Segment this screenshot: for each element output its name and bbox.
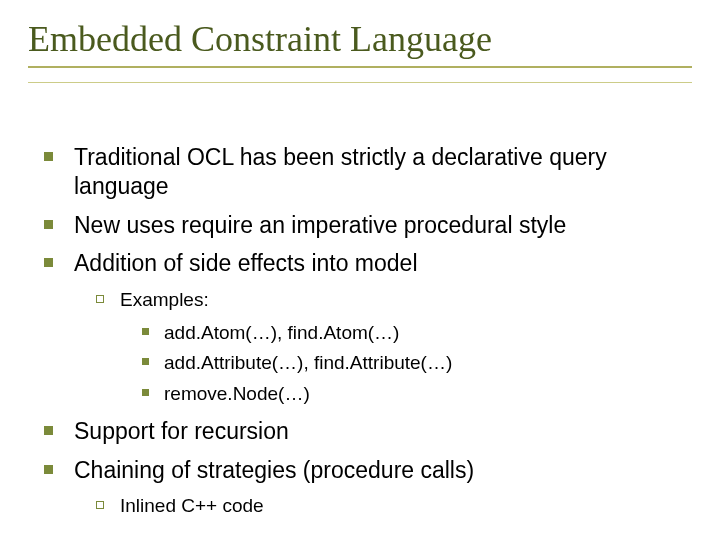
title-underline [28, 82, 692, 83]
slide-title: Embedded Constraint Language [28, 18, 692, 68]
subsub-bullet-item: add.Attribute(…), find.Attribute(…) [142, 351, 692, 376]
sub-bullet-list: Examples: add.Atom(…), find.Atom(…) add.… [96, 288, 692, 407]
subsub-bullet-item: add.Atom(…), find.Atom(…) [142, 321, 692, 346]
bullet-text: Addition of side effects into model [74, 250, 418, 276]
sub-bullet-item: Inlined C++ code [96, 494, 692, 519]
bullet-item: Chaining of strategies (procedure calls)… [44, 456, 692, 519]
bullet-item: Addition of side effects into model Exam… [44, 249, 692, 407]
bullet-text: Chaining of strategies (procedure calls) [74, 457, 474, 483]
sub-bullet-item: Examples: add.Atom(…), find.Atom(…) add.… [96, 288, 692, 407]
sub-bullet-text: Examples: [120, 289, 209, 310]
bullet-item: Traditional OCL has been strictly a decl… [44, 143, 692, 201]
sub-bullet-list: Inlined C++ code [96, 494, 692, 519]
subsub-bullet-list: add.Atom(…), find.Atom(…) add.Attribute(… [142, 321, 692, 407]
slide: Embedded Constraint Language Traditional… [0, 0, 720, 540]
bullet-item: Support for recursion [44, 417, 692, 446]
bullet-list: Traditional OCL has been strictly a decl… [44, 143, 692, 519]
subsub-bullet-item: remove.Node(…) [142, 382, 692, 407]
bullet-item: New uses require an imperative procedura… [44, 211, 692, 240]
